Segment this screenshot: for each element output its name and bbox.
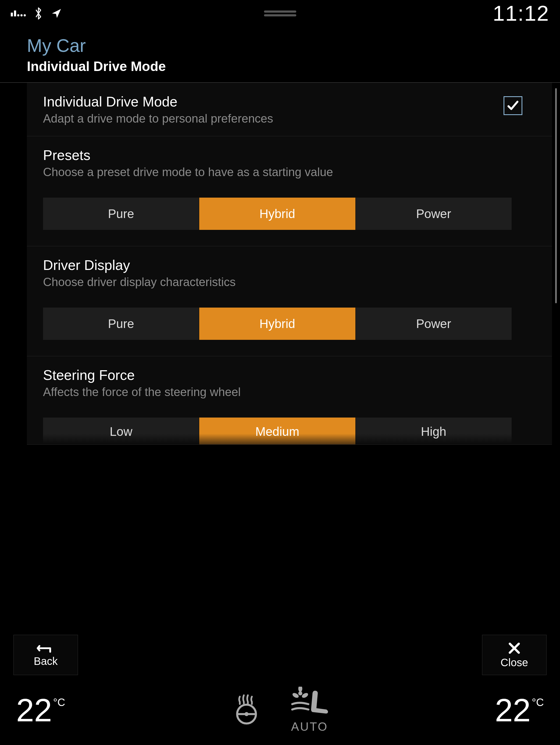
- section-desc: Choose driver display characteristics: [43, 275, 512, 289]
- preset-pure[interactable]: Pure: [43, 198, 199, 230]
- steering-segment: Low Medium High: [43, 418, 512, 445]
- section-presets: Presets Choose a preset drive mode to ha…: [27, 136, 552, 246]
- steering-low[interactable]: Low: [43, 418, 199, 445]
- preset-power[interactable]: Power: [356, 198, 512, 230]
- climate-auto[interactable]: AUTO: [290, 687, 330, 734]
- section-desc: Adapt a drive mode to personal preferenc…: [43, 112, 273, 125]
- signal-icon: [11, 10, 26, 17]
- drag-handle[interactable]: [264, 10, 296, 17]
- nav-bar: Back Close: [0, 629, 560, 675]
- section-individual-drive-mode[interactable]: Individual Drive Mode Adapt a drive mode…: [27, 83, 552, 136]
- breadcrumb[interactable]: My Car: [27, 35, 533, 56]
- preset-hybrid[interactable]: Hybrid: [199, 198, 355, 230]
- section-desc: Affects the force of the steering wheel: [43, 385, 512, 399]
- temp-unit: °C: [53, 697, 65, 708]
- section-title: Presets: [43, 147, 512, 163]
- section-desc: Choose a preset drive mode to have as a …: [43, 165, 512, 179]
- scroll-thumb[interactable]: [555, 88, 557, 303]
- back-label: Back: [34, 655, 58, 667]
- fan-seat-icon: [290, 687, 330, 719]
- section-title: Driver Display: [43, 257, 512, 273]
- close-label: Close: [501, 656, 528, 669]
- bluetooth-icon: [34, 7, 43, 20]
- section-title: Steering Force: [43, 367, 512, 383]
- scroll-area[interactable]: Individual Drive Mode Adapt a drive mode…: [0, 83, 552, 629]
- section-title: Individual Drive Mode: [43, 94, 273, 110]
- driver-display-segment: Pure Hybrid Power: [43, 307, 512, 340]
- climate-center: AUTO: [230, 687, 330, 734]
- header: My Car Individual Drive Mode: [0, 27, 560, 83]
- individual-drive-mode-checkbox[interactable]: [503, 96, 522, 115]
- right-temp-value: 22: [495, 691, 531, 728]
- content: Individual Drive Mode Adapt a drive mode…: [0, 83, 560, 629]
- auto-label: AUTO: [291, 720, 328, 734]
- steering-medium[interactable]: Medium: [199, 418, 355, 445]
- status-bar: 11:12: [0, 0, 560, 27]
- scrollbar[interactable]: [552, 83, 560, 629]
- driver-display-pure[interactable]: Pure: [43, 307, 199, 340]
- temp-unit: °C: [532, 697, 544, 708]
- driver-display-hybrid[interactable]: Hybrid: [199, 307, 355, 340]
- section-steering-force: Steering Force Affects the force of the …: [27, 356, 552, 445]
- status-left: [11, 7, 62, 20]
- svg-point-2: [244, 712, 249, 716]
- svg-point-4: [298, 687, 302, 692]
- back-button[interactable]: Back: [13, 635, 78, 675]
- close-icon: [507, 642, 521, 655]
- page-title: Individual Drive Mode: [27, 59, 533, 74]
- presets-segment: Pure Hybrid Power: [43, 198, 512, 230]
- section-driver-display: Driver Display Choose driver display cha…: [27, 246, 552, 356]
- heated-steering-icon[interactable]: [230, 694, 263, 726]
- close-button[interactable]: Close: [482, 635, 547, 675]
- right-temp[interactable]: 22 °C: [495, 691, 544, 728]
- clock: 11:12: [493, 1, 549, 26]
- checkmark-icon: [506, 99, 520, 112]
- left-temp[interactable]: 22 °C: [16, 691, 65, 728]
- climate-bar: 22 °C AUTO: [0, 675, 560, 745]
- left-temp-value: 22: [16, 691, 52, 728]
- back-icon: [36, 643, 55, 654]
- location-icon: [51, 8, 62, 19]
- driver-display-power[interactable]: Power: [356, 307, 512, 340]
- steering-high[interactable]: High: [356, 418, 512, 445]
